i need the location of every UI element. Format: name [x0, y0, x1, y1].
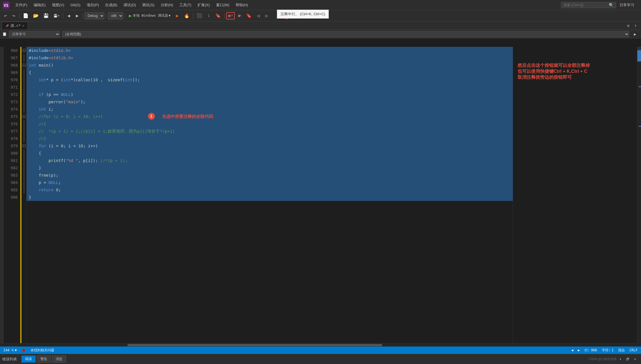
comment-line-btn[interactable]: ≡// [226, 12, 235, 19]
scrollbar-thumb[interactable] [637, 50, 641, 62]
menu-window[interactable]: 窗口(W) [213, 1, 232, 9]
search-input[interactable] [564, 3, 609, 7]
menu-items: 文件(F) 编辑(E) 视图(V) Git(G) 项目(P) 生成(B) 调试(… [12, 1, 561, 9]
scroll-marker2 [639, 126, 641, 127]
run-btn[interactable]: ▶ 本地 Windows 调试器 ▼ [127, 12, 172, 19]
error-tab-btn[interactable]: 错误 [21, 356, 36, 363]
project-dropdown[interactable]: 日常学习 [9, 31, 60, 37]
save-btn[interactable]: 💾 [42, 12, 51, 19]
watermark: CSDN @小航的海港 [588, 357, 617, 361]
error-float-btn[interactable]: 🗗 [624, 356, 631, 363]
error-close-btn[interactable]: × [631, 356, 639, 363]
menu-extensions[interactable]: 扩展(X) [195, 1, 212, 9]
editor-area: 966 967 968 969 970 971 972 973 974 975 … [0, 47, 641, 347]
nav-back-btn[interactable]: ◀ [65, 12, 72, 19]
run-alt-btn[interactable]: ▶ [174, 12, 181, 19]
annotation-panel: 然后点击这个按钮就可以全部注释掉 也可以使用快捷键Ctrl + K,Ctrl +… [513, 47, 637, 347]
fold-979[interactable]: − [22, 144, 26, 148]
new-file-btn[interactable]: 📄 [21, 12, 30, 19]
hot-reload-btn[interactable]: 🔥 [182, 12, 191, 19]
fold-975[interactable]: − [22, 115, 26, 118]
breakpoints-btn[interactable]: ⬛ [195, 12, 204, 19]
status-right-items: 行: 966 字符: 1 混合 CRLF [584, 348, 638, 353]
sep7 [224, 13, 225, 19]
fold-968[interactable]: − [22, 49, 26, 52]
menu-help[interactable]: 帮助(H) [233, 1, 251, 9]
code-line-980: { [27, 150, 513, 157]
menu-build[interactable]: 生成(B) [102, 1, 120, 9]
menu-view[interactable]: 视图(V) [49, 1, 67, 9]
code-line-972: if (p == NULL) [27, 91, 513, 98]
status-nav-right[interactable]: ▶ [578, 348, 580, 352]
tab-pin-icon: 📌 [5, 24, 9, 27]
menu-debug[interactable]: 调试(D) [121, 1, 139, 9]
settings-btn[interactable]: ⚙ [625, 22, 632, 29]
sep3 [82, 13, 83, 19]
nav-next-btn[interactable]: ▷ [263, 12, 270, 19]
platform-dropdown[interactable]: x86 [108, 12, 123, 19]
badge-1: 1 [148, 113, 155, 120]
bookmark-btn[interactable]: 🔖 [214, 12, 223, 19]
fold-968-main[interactable]: − [22, 63, 26, 67]
vertical-scrollbar[interactable] [637, 47, 641, 347]
menu-file[interactable]: 文件(F) [12, 1, 30, 9]
zoom-dropdown-icon[interactable]: ▼ [15, 348, 17, 352]
uncomment-line-btn[interactable]: ≡✕ [236, 12, 243, 19]
msg-tab-btn[interactable]: 消息 [52, 356, 66, 363]
code-line-970: int* p = (int*)calloc(10 , sizeof(int)); [27, 76, 513, 84]
menu-edit[interactable]: 编辑(E) [31, 1, 49, 9]
menu-test[interactable]: 测试(S) [139, 1, 157, 9]
bookmark2-btn[interactable]: 🔖 [244, 12, 253, 19]
code-line-971 [27, 84, 513, 91]
toolbar: ↩ ↪ 📄 📂 💾 💾+ ◀ ▶ Debug x86 ▶ 本地 Windows … [0, 10, 641, 21]
svg-text:VS: VS [4, 3, 8, 8]
scrollbar-up-btn[interactable] [637, 47, 641, 50]
scroll-marker1 [639, 86, 641, 87]
sep5 [125, 13, 125, 19]
search-icon: 🔍 [609, 3, 614, 7]
nav-prev-btn[interactable]: ◁ [255, 12, 262, 19]
code-line-968: int main() [27, 62, 513, 69]
open-file-btn[interactable]: 📂 [31, 12, 40, 19]
sep6 [193, 13, 193, 19]
save-all-btn[interactable]: 💾+ [52, 12, 61, 19]
no-issues-status: 未找到相关问题 [31, 348, 54, 353]
nav-fwd-btn[interactable]: ▶ [73, 12, 81, 19]
tab-bar: 📌 源.c* × ⚙ ⬇ [0, 21, 641, 30]
menu-search-box: 🔍 [561, 2, 616, 8]
menu-bar: VS 文件(F) 编辑(E) 视图(V) Git(G) 项目(P) 生成(B) … [0, 0, 641, 10]
step-btn[interactable]: ⤵ [205, 12, 212, 19]
row-status: 行: 966 [584, 348, 597, 353]
config-dropdown[interactable]: Debug [84, 12, 104, 19]
code-line-978: //} [27, 135, 513, 142]
code-line-986: } [27, 194, 513, 201]
code-line-974: int i; [27, 106, 513, 113]
scope-dropdown[interactable]: (全局范围) [62, 31, 629, 37]
window-title: 日常学习 [620, 3, 634, 8]
sep2 [63, 13, 63, 19]
error-list-bar: 错误列表 错误 警告 消息 CSDN @小航的海港 ⬇ 🗗 × [0, 354, 641, 364]
status-bar: 144 % ▼ 🐞 未找到相关问题 ◀ ▶ 行: 966 字符: 1 混合 [0, 347, 641, 354]
scrollbar-h-thumb[interactable] [127, 344, 382, 346]
menu-analyze[interactable]: 分析(N) [158, 1, 176, 9]
nav-bar: 📋 日常学习 (全局范围) ▶ [0, 30, 641, 38]
code-line-985: return 0; [27, 186, 513, 194]
menu-project[interactable]: 项目(P) [84, 1, 102, 9]
undo-btn[interactable]: ↩ [2, 12, 9, 19]
file-tab[interactable]: 📌 源.c* × [2, 22, 28, 29]
nav-right-btn[interactable]: ▶ [631, 30, 639, 38]
line-numbers: 966 967 968 969 970 971 972 973 974 975 … [3, 47, 20, 347]
menu-git[interactable]: Git(G) [68, 2, 83, 8]
redo-btn[interactable]: ↪ [10, 12, 18, 19]
warning-tab-btn[interactable]: 警告 [37, 356, 51, 363]
horizontal-scrollbar[interactable] [0, 343, 637, 347]
code-content[interactable]: #include<stdio.h> #include<stdlib.h> int… [27, 47, 513, 347]
code-area: 966 967 968 969 970 971 972 973 974 975 … [3, 47, 641, 347]
status-nav-left[interactable]: ◀ [571, 348, 573, 352]
tab-filename: 源.c* [10, 23, 21, 28]
collapse-btn[interactable]: ⬇ [632, 22, 639, 29]
menu-tools[interactable]: 工具(T) [177, 1, 194, 9]
tab-close-btn[interactable]: × [22, 24, 24, 28]
info-icon-status: 🐞 [21, 348, 26, 352]
error-dock-btn[interactable]: ⬇ [617, 356, 624, 363]
